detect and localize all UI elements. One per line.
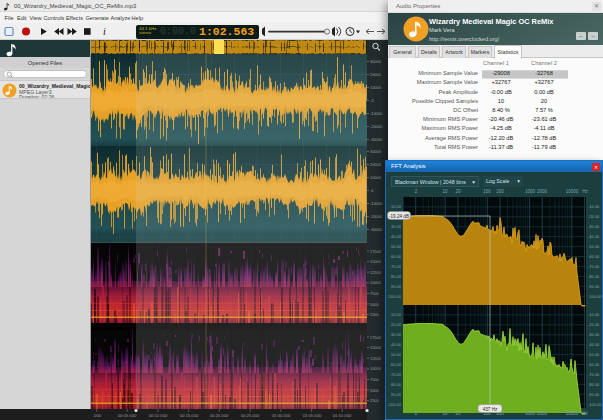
svg-text:01:10.000: 01:10.000: [333, 413, 352, 418]
svg-text:00:15.000: 00:15.000: [180, 413, 199, 418]
svg-text:-90.00: -90.00: [588, 392, 600, 397]
svg-text:-80.00: -80.00: [390, 274, 402, 279]
svg-text:-10.00: -10.00: [588, 204, 600, 209]
svg-text:-70.00: -70.00: [390, 264, 402, 269]
svg-text:DC Offset: DC Offset: [453, 107, 478, 113]
svg-text:Peak Amplitude: Peak Amplitude: [438, 89, 478, 95]
svg-text:1000: 1000: [525, 411, 536, 416]
svg-text:-30000: -30000: [370, 137, 383, 142]
svg-text:20: 20: [455, 411, 461, 416]
svg-text:-60.00: -60.00: [588, 362, 600, 367]
svg-text:-100.00: -100.00: [588, 402, 602, 407]
svg-text:-90.00: -90.00: [390, 284, 402, 289]
svg-text:Minimum Sample Value: Minimum Sample Value: [418, 70, 478, 76]
svg-text:5000: 5000: [370, 388, 379, 393]
svg-text:2500: 2500: [370, 398, 379, 403]
svg-text:-100.00: -100.00: [588, 294, 602, 299]
svg-text:7500: 7500: [370, 377, 379, 382]
svg-text:2000: 2000: [537, 189, 548, 194]
svg-text:1000: 1000: [525, 189, 536, 194]
svg-text:10: 10: [442, 411, 448, 416]
svg-text:-20000: -20000: [370, 124, 383, 129]
svg-text:0.00 dB: 0.00 dB: [534, 89, 554, 95]
svg-text:10: 10: [498, 98, 504, 104]
svg-text:-20.46 dB: -20.46 dB: [489, 116, 514, 122]
svg-text:-20.00: -20.00: [390, 322, 402, 327]
svg-text:-20.00: -20.00: [588, 214, 600, 219]
svg-text:00:10.000: 00:10.000: [149, 413, 168, 418]
svg-text:Possible Clipped Samples: Possible Clipped Samples: [412, 98, 478, 104]
svg-text:-80.00: -80.00: [390, 382, 402, 387]
svg-text:30000: 30000: [370, 59, 382, 64]
svg-text:Maximum RMS Power: Maximum RMS Power: [421, 125, 478, 131]
svg-text:30000: 30000: [370, 149, 382, 154]
svg-text:10000: 10000: [566, 411, 579, 416]
svg-text:-60.00: -60.00: [588, 254, 600, 259]
svg-text:10000: 10000: [370, 280, 382, 285]
svg-text:2000: 2000: [537, 411, 548, 416]
svg-text:00:20.000: 00:20.000: [210, 413, 229, 418]
svg-text:-90.00: -90.00: [390, 392, 402, 397]
svg-text:15000: 15000: [370, 259, 382, 264]
svg-text:-50.00: -50.00: [390, 352, 402, 357]
svg-text:Average RMS Power: Average RMS Power: [425, 135, 478, 141]
svg-text:7500: 7500: [370, 291, 379, 296]
svg-text:15000: 15000: [370, 345, 382, 350]
svg-text:12500: 12500: [370, 356, 382, 361]
svg-text:-50.00: -50.00: [390, 244, 402, 249]
svg-text:17500: 17500: [370, 249, 382, 254]
svg-text:-60.00: -60.00: [390, 254, 402, 259]
svg-text:-100.00: -100.00: [387, 294, 401, 299]
svg-text:2500: 2500: [370, 312, 379, 317]
svg-text:-40.00: -40.00: [588, 342, 600, 347]
svg-text:+32767: +32767: [491, 79, 510, 85]
svg-text:-20000: -20000: [370, 214, 383, 219]
svg-text:01:05.000: 01:05.000: [303, 413, 322, 418]
svg-text:-80.00: -80.00: [588, 274, 600, 279]
svg-text:-0.00 dB: -0.00 dB: [490, 89, 512, 95]
svg-text:Channel 1: Channel 1: [483, 60, 509, 66]
svg-text:01:00.000: 01:00.000: [272, 413, 291, 418]
svg-text:100: 100: [483, 189, 491, 194]
svg-text:Total RMS Power: Total RMS Power: [434, 144, 478, 150]
svg-text:-10000: -10000: [370, 111, 383, 116]
svg-text:Hz: Hz: [582, 411, 588, 416]
svg-text:-30.00: -30.00: [588, 332, 600, 337]
svg-text:7.57 %: 7.57 %: [535, 107, 553, 113]
svg-text:.000: .000: [93, 413, 102, 418]
svg-text:-11.37 dB: -11.37 dB: [489, 144, 513, 150]
svg-text:-70.00: -70.00: [588, 264, 600, 269]
svg-text:-10000: -10000: [370, 201, 383, 206]
svg-text:-70.00: -70.00: [588, 372, 600, 377]
svg-text:20: 20: [455, 189, 461, 194]
svg-text:-60.00: -60.00: [390, 362, 402, 367]
svg-text:20000: 20000: [370, 72, 382, 77]
svg-text:Channel 2: Channel 2: [531, 60, 557, 66]
svg-text:-70.00: -70.00: [390, 372, 402, 377]
svg-text:10000: 10000: [370, 366, 382, 371]
svg-text:10000: 10000: [370, 175, 382, 180]
svg-text:-10.00: -10.00: [390, 204, 402, 209]
svg-text:10: 10: [442, 189, 448, 194]
svg-text:5000: 5000: [370, 302, 379, 307]
svg-text:-40.00: -40.00: [588, 234, 600, 239]
svg-text:00:05.000: 00:05.000: [118, 413, 137, 418]
svg-text:8.40 %: 8.40 %: [492, 107, 510, 113]
svg-text:-30.00: -30.00: [390, 332, 402, 337]
svg-text:-30.00: -30.00: [390, 224, 402, 229]
svg-text:-50.00: -50.00: [588, 244, 600, 249]
svg-text:20000: 20000: [370, 162, 382, 167]
svg-text:-40.00: -40.00: [390, 234, 402, 239]
svg-text:00:25.000: 00:25.000: [241, 413, 260, 418]
svg-text:17500: 17500: [370, 335, 382, 340]
svg-text:10000: 10000: [566, 189, 579, 194]
svg-text:-23.61 dB: -23.61 dB: [532, 116, 557, 122]
svg-text:Maximum Sample Value: Maximum Sample Value: [417, 79, 478, 85]
svg-text:-20.00: -20.00: [588, 322, 600, 327]
svg-text:Hz: Hz: [582, 189, 588, 194]
svg-text:-29008: -29008: [492, 70, 510, 76]
svg-text:-40.00: -40.00: [390, 342, 402, 347]
svg-text:-19.24 dB: -19.24 dB: [389, 214, 409, 219]
svg-text:-50.00: -50.00: [588, 352, 600, 357]
svg-text:-32768: -32768: [535, 70, 553, 76]
